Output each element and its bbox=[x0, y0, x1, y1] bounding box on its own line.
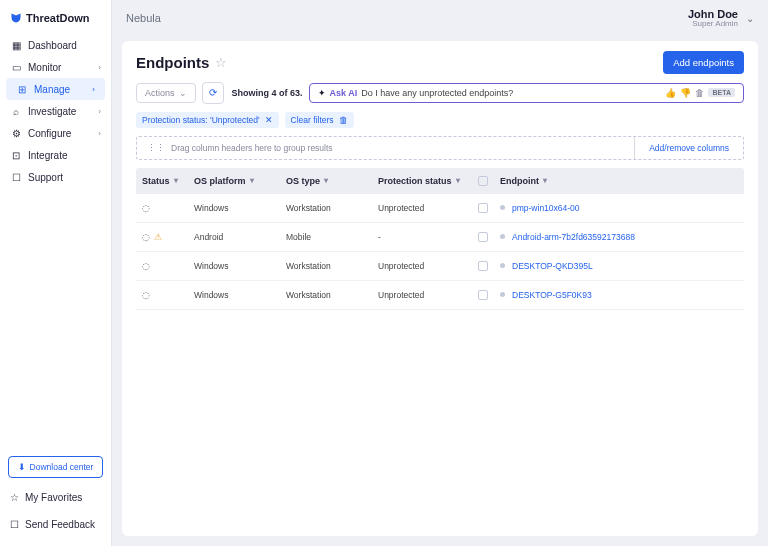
table-row[interactable]: ◌WindowsWorkstationUnprotectedpmp-win10x… bbox=[136, 194, 744, 223]
refresh-button[interactable]: ⟳ bbox=[202, 82, 224, 104]
row-checkbox[interactable] bbox=[478, 232, 488, 242]
filter-icon[interactable]: ▾ bbox=[250, 176, 254, 185]
result-count: Showing 4 of 63. bbox=[232, 88, 303, 98]
filter-icon[interactable]: ▾ bbox=[324, 176, 328, 185]
status-icon: ◌ bbox=[142, 232, 150, 242]
endpoint-link[interactable]: DESKTOP-QKD395L bbox=[512, 261, 593, 271]
row-checkbox[interactable] bbox=[478, 261, 488, 271]
filter-icon[interactable]: ▾ bbox=[456, 176, 460, 185]
nav-favorites[interactable]: ☆My Favorites bbox=[0, 484, 111, 511]
sparkle-icon: ✦ bbox=[318, 88, 326, 98]
endpoint-link[interactable]: Android-arm-7b2fd63592173688 bbox=[512, 232, 635, 242]
table-row[interactable]: ◌⚠AndroidMobile-Android-arm-7b2fd6359217… bbox=[136, 223, 744, 252]
col-status[interactable]: Status▾ bbox=[142, 176, 194, 186]
add-endpoints-button[interactable]: Add endpoints bbox=[663, 51, 744, 74]
user-menu[interactable]: John Doe Super Admin bbox=[688, 8, 738, 29]
chevron-down-icon[interactable]: ⌄ bbox=[746, 13, 754, 24]
toolbar: Actions⌄ ⟳ Showing 4 of 63. ✦ Ask AI Do … bbox=[122, 82, 758, 112]
delete-icon[interactable]: 🗑 bbox=[695, 88, 704, 98]
download-icon: ⬇ bbox=[18, 462, 26, 472]
cell-os: Windows bbox=[194, 261, 286, 271]
user-role: Super Admin bbox=[688, 20, 738, 29]
cell-protection: Unprotected bbox=[378, 261, 478, 271]
nav-support[interactable]: ☐Support bbox=[0, 166, 111, 188]
cell-protection: - bbox=[378, 232, 478, 242]
status-dot-icon bbox=[500, 263, 505, 268]
send-feedback-button[interactable]: ☐Send Feedback bbox=[0, 511, 111, 538]
logo-icon bbox=[10, 12, 22, 24]
chevron-right-icon: › bbox=[92, 85, 95, 94]
page-header: Endpoints ☆ Add endpoints bbox=[122, 41, 758, 82]
nav-dashboard[interactable]: ▦Dashboard bbox=[0, 34, 111, 56]
status-icon: ◌ bbox=[142, 261, 150, 271]
drag-icon: ⋮⋮ bbox=[147, 143, 165, 153]
brand-logo: ThreatDown bbox=[0, 8, 111, 34]
page-title: Endpoints bbox=[136, 54, 209, 71]
status-dot-icon bbox=[500, 292, 505, 297]
integrate-icon: ⊡ bbox=[10, 149, 22, 161]
nav-manage[interactable]: ⊞Manage› bbox=[6, 78, 105, 100]
feedback-icon: ☐ bbox=[10, 519, 19, 530]
ask-ai-label: Ask AI bbox=[330, 88, 358, 98]
clear-filters-button[interactable]: Clear filters🗑 bbox=[285, 112, 354, 128]
favorite-star-icon[interactable]: ☆ bbox=[215, 55, 227, 70]
nav-integrate[interactable]: ⊡Integrate bbox=[0, 144, 111, 166]
col-endpoint[interactable]: Endpoint▾ bbox=[500, 176, 738, 186]
ask-feedback: 👍 👎 🗑 bbox=[665, 88, 704, 98]
warning-icon: ⚠ bbox=[154, 232, 162, 242]
nav-investigate[interactable]: ⌕Investigate› bbox=[0, 100, 111, 122]
filter-icon[interactable]: ▾ bbox=[174, 176, 178, 185]
row-checkbox[interactable] bbox=[478, 203, 488, 213]
content-panel: Endpoints ☆ Add endpoints Actions⌄ ⟳ Sho… bbox=[122, 41, 758, 536]
status-icon: ◌ bbox=[142, 290, 150, 300]
col-select-all[interactable] bbox=[478, 176, 500, 186]
cell-type: Workstation bbox=[286, 203, 378, 213]
cell-type: Workstation bbox=[286, 261, 378, 271]
chevron-right-icon: › bbox=[98, 63, 101, 72]
sidebar: ThreatDown ▦Dashboard ▭Monitor› ⊞Manage›… bbox=[0, 0, 112, 546]
endpoint-link[interactable]: DESKTOP-G5F0K93 bbox=[512, 290, 592, 300]
group-hint[interactable]: ⋮⋮Drag column headers here to group resu… bbox=[137, 137, 634, 159]
add-remove-columns-button[interactable]: Add/remove columns bbox=[634, 137, 743, 159]
refresh-icon: ⟳ bbox=[209, 87, 217, 98]
status-dot-icon bbox=[500, 205, 505, 210]
status-icon: ◌ bbox=[142, 203, 150, 213]
beta-badge: BETA bbox=[708, 88, 735, 97]
cell-protection: Unprotected bbox=[378, 290, 478, 300]
nav-configure[interactable]: ⚙Configure› bbox=[0, 122, 111, 144]
table-body: ◌WindowsWorkstationUnprotectedpmp-win10x… bbox=[122, 194, 758, 310]
col-protection-status[interactable]: Protection status▾ bbox=[378, 176, 478, 186]
filter-icon[interactable]: ▾ bbox=[543, 176, 547, 185]
row-checkbox[interactable] bbox=[478, 290, 488, 300]
remove-filter-icon[interactable]: ✕ bbox=[265, 115, 273, 125]
cell-os: Windows bbox=[194, 290, 286, 300]
cell-os: Android bbox=[194, 232, 286, 242]
cell-type: Mobile bbox=[286, 232, 378, 242]
monitor-icon: ▭ bbox=[10, 61, 22, 73]
chevron-right-icon: › bbox=[98, 129, 101, 138]
table-row[interactable]: ◌WindowsWorkstationUnprotectedDESKTOP-G5… bbox=[136, 281, 744, 310]
topbar: Nebula John Doe Super Admin ⌄ bbox=[112, 0, 768, 37]
star-icon: ☆ bbox=[10, 492, 19, 503]
cell-protection: Unprotected bbox=[378, 203, 478, 213]
thumbs-up-icon[interactable]: 👍 bbox=[665, 88, 676, 98]
filter-chip-protection-status[interactable]: Protection status: 'Unprotected'✕ bbox=[136, 112, 279, 128]
workspace-name: Nebula bbox=[126, 12, 161, 24]
support-icon: ☐ bbox=[10, 171, 22, 183]
table-row[interactable]: ◌WindowsWorkstationUnprotectedDESKTOP-QK… bbox=[136, 252, 744, 281]
download-center-button[interactable]: ⬇Download center bbox=[8, 456, 103, 478]
endpoint-link[interactable]: pmp-win10x64-00 bbox=[512, 203, 580, 213]
table-header: Status▾ OS platform▾ OS type▾ Protection… bbox=[136, 168, 744, 194]
trash-icon[interactable]: 🗑 bbox=[339, 115, 348, 125]
main-area: Nebula John Doe Super Admin ⌄ Endpoints … bbox=[112, 0, 768, 546]
actions-dropdown[interactable]: Actions⌄ bbox=[136, 83, 196, 103]
ask-ai-bar[interactable]: ✦ Ask AI Do I have any unprotected endpo… bbox=[309, 83, 744, 103]
configure-icon: ⚙ bbox=[10, 127, 22, 139]
thumbs-down-icon[interactable]: 👎 bbox=[680, 88, 691, 98]
manage-icon: ⊞ bbox=[16, 83, 28, 95]
nav-monitor[interactable]: ▭Monitor› bbox=[0, 56, 111, 78]
col-os-platform[interactable]: OS platform▾ bbox=[194, 176, 286, 186]
cell-type: Workstation bbox=[286, 290, 378, 300]
ask-ai-query: Do I have any unprotected endpoints? bbox=[361, 88, 513, 98]
col-os-type[interactable]: OS type▾ bbox=[286, 176, 378, 186]
